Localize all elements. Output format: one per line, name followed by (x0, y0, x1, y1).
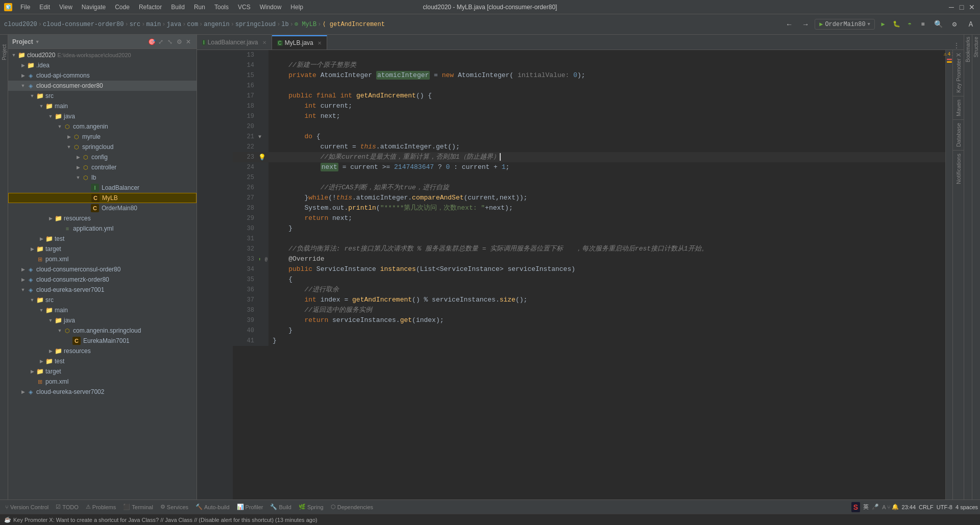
tree-item-cloud-api-commons[interactable]: ▶ ◈ cloud-api-commons (8, 70, 197, 81)
status-tab-problems[interactable]: ⚠ Problems (83, 503, 119, 511)
breadcrumb-cloud2020[interactable]: cloud2020 (4, 21, 37, 28)
tree-item-test2[interactable]: ▶ 📁 test (8, 356, 197, 366)
tree-item-loadbalancer[interactable]: I LoadBalancer (8, 183, 197, 193)
close-button[interactable]: ✕ (968, 3, 976, 11)
project-sidebar-toggle[interactable]: Project (0, 37, 8, 67)
toolbar-search-button[interactable]: 🔍 (931, 17, 945, 32)
breadcrumb-mylb[interactable]: ⊙ MyLB (295, 20, 316, 28)
menu-code[interactable]: Code (111, 3, 134, 12)
stop-button[interactable]: ■ (917, 18, 929, 31)
status-git[interactable]: ⑂ (887, 504, 891, 510)
tree-item-pom-xml-1[interactable]: ⊞ pom.xml (8, 254, 197, 264)
status-notif[interactable]: 🔔 (892, 504, 899, 510)
status-tab-version-control[interactable]: ⑂ Version Control (2, 503, 52, 511)
status-tab-terminal[interactable]: ⬛ Terminal (120, 503, 156, 511)
breadcrumb-src[interactable]: src (130, 21, 141, 28)
breadcrumb-java[interactable]: java (166, 21, 181, 28)
tree-item-cloud-consumer-order80[interactable]: ▼ ◈ cloud-consumer-order80 (8, 81, 197, 91)
tree-item-pom-xml-2[interactable]: ⊞ pom.xml (8, 377, 197, 387)
tree-item-myrule[interactable]: ▶ ⬡ myrule (8, 132, 197, 142)
tree-item-java2[interactable]: ▼ 📁 java (8, 315, 197, 326)
toolbar-forward-button[interactable]: → (798, 17, 813, 32)
settings-button[interactable]: ⚙ (175, 38, 183, 46)
breadcrumb-main[interactable]: main (146, 21, 161, 28)
tree-item-target[interactable]: ▶ 📁 target (8, 244, 197, 254)
warning-icon-23[interactable]: 💡 (258, 154, 266, 161)
notifications-panel-label[interactable]: Notifications (954, 151, 963, 187)
tree-item-ordermain80[interactable]: C OrderMain80 (8, 203, 197, 213)
tree-item-cloud-eureka-7002[interactable]: ▶ ◈ cloud-eureka-server7002 (8, 387, 197, 397)
status-tab-todo[interactable]: ☑ TODO (53, 503, 82, 511)
toolbar-back-button[interactable]: ← (782, 17, 796, 32)
tab-mylb[interactable]: C MyLB.java ✕ (272, 35, 327, 49)
tab-mylb-close[interactable]: ✕ (317, 40, 322, 46)
menu-vcs[interactable]: VCS (234, 3, 255, 12)
breadcrumb-com[interactable]: com (187, 21, 199, 28)
status-tab-services[interactable]: ⚙ Services (157, 503, 191, 511)
tree-item-test[interactable]: ▶ 📁 test (8, 234, 197, 244)
debug-button[interactable]: 🐛 (890, 18, 902, 31)
tree-item-mylb[interactable]: C MyLB (8, 193, 197, 203)
tree-item-src[interactable]: ▼ 📁 src (8, 91, 197, 101)
project-dropdown-arrow[interactable]: ▼ (35, 39, 40, 44)
run-button[interactable]: ▶ (877, 18, 889, 31)
tree-item-idea[interactable]: ▶ 📁 .idea (8, 60, 197, 70)
maximize-button[interactable]: □ (958, 3, 966, 11)
menu-window[interactable]: Window (256, 3, 286, 12)
expand-all-button[interactable]: ⤢ (157, 38, 165, 46)
menu-run[interactable]: Run (190, 3, 209, 12)
tree-item-resources2[interactable]: ▶ 📁 resources (8, 346, 197, 356)
tree-item-root[interactable]: ▼ 📁 cloud2020 E:\idea-workspace\cloud202… (8, 50, 197, 60)
run-configuration[interactable]: ▶ OrderMain80 ▼ (815, 19, 875, 30)
tree-item-main[interactable]: ▼ 📁 main (8, 101, 197, 111)
status-crlf[interactable]: CRLF (919, 504, 934, 510)
toolbar-translate-button[interactable]: A (964, 17, 978, 32)
tree-item-resources[interactable]: ▶ 📁 resources (8, 213, 197, 223)
structure-label[interactable]: Structure (972, 35, 980, 60)
tree-item-package-com-angenin[interactable]: ▼ ⬡ com.angenin (8, 121, 197, 132)
tree-item-controller[interactable]: ▶ ⬡ controller (8, 162, 197, 172)
status-tab-spring[interactable]: 🌿 Spring (296, 503, 327, 511)
menu-build[interactable]: Build (167, 3, 189, 12)
status-tab-dependencies[interactable]: ⬡ Dependencies (328, 503, 376, 511)
breadcrumb-angenin[interactable]: angenin (204, 21, 229, 28)
tree-item-cloud-consumerzk[interactable]: ▶ ◈ cloud-consumerzk-order80 (8, 274, 197, 285)
database-panel-label[interactable]: Database (954, 120, 963, 150)
maven-panel-label[interactable]: Maven (954, 96, 963, 119)
status-tab-profiler[interactable]: 📊 Profiler (234, 503, 266, 511)
menu-refactor[interactable]: Refactor (135, 3, 166, 12)
tree-item-eurekamain7001[interactable]: C EurekaMain7001 (8, 336, 197, 346)
menu-edit[interactable]: Edit (35, 3, 54, 12)
status-charset[interactable]: UTF-8 (937, 504, 952, 510)
status-translate[interactable]: A (882, 504, 886, 510)
menu-navigate[interactable]: Navigate (78, 3, 110, 12)
breadcrumb-lb[interactable]: lb (281, 21, 288, 28)
toolbar-settings-button[interactable]: ⚙ (947, 17, 962, 32)
tree-item-cloud-eureka-7001[interactable]: ▼ ◈ cloud-eureka-server7001 (8, 285, 197, 295)
coverage-button[interactable]: ☂ (903, 18, 916, 31)
breadcrumb-module[interactable]: cloud-consumer-order80 (43, 21, 124, 28)
status-indent[interactable]: 4 spaces (955, 504, 978, 510)
minimize-button[interactable]: ─ (947, 3, 955, 11)
menu-tools[interactable]: Tools (210, 3, 233, 12)
tree-item-pkg-com-angenin-sc[interactable]: ▼ ⬡ com.angenin.springcloud (8, 326, 197, 336)
tree-item-target2[interactable]: ▶ 📁 target (8, 366, 197, 377)
tab-loadbalancer[interactable]: I LoadBalancer.java ✕ (197, 35, 272, 49)
tree-item-java[interactable]: ▼ 📁 java (8, 111, 197, 121)
code-area[interactable]: 13 14 //新建一个原子整形类 15 (233, 50, 945, 499)
menu-view[interactable]: View (55, 3, 77, 12)
key-promoter-panel-label[interactable]: Key Promoter X (954, 50, 963, 96)
tree-item-src2[interactable]: ▼ 📁 src (8, 295, 197, 305)
menu-file[interactable]: File (16, 3, 34, 12)
menu-help[interactable]: Help (286, 3, 307, 12)
tree-item-main2[interactable]: ▼ 📁 main (8, 305, 197, 315)
bookmarks-label[interactable]: Bookmarks (964, 35, 972, 64)
tab-more-button[interactable]: ⋮ (949, 42, 964, 49)
tree-item-lb[interactable]: ▼ ⬡ lb (8, 172, 197, 183)
tree-item-springcloud[interactable]: ▼ ⬡ springcloud (8, 142, 197, 152)
tab-loadbalancer-close[interactable]: ✕ (262, 40, 266, 45)
tree-item-config[interactable]: ▶ ⬡ config (8, 152, 197, 162)
tree-item-cloud-consumerconsul[interactable]: ▶ ◈ cloud-consumerconsul-order80 (8, 264, 197, 274)
status-tab-build[interactable]: 🔧 Build (267, 503, 294, 511)
locate-file-button[interactable]: 🎯 (148, 38, 156, 46)
